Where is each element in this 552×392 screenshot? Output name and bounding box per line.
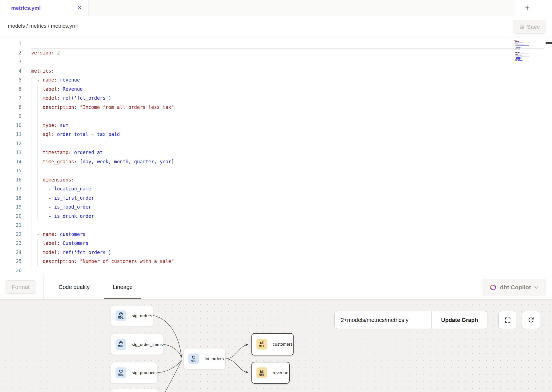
code-line[interactable]: 11 sql: order_total - tax_paid xyxy=(0,130,552,139)
line-number: 8 xyxy=(0,103,21,112)
lineage-node-partial-node[interactable] xyxy=(111,389,158,392)
tab-lineage[interactable]: Lineage xyxy=(113,275,133,299)
code-line[interactable]: 22 - name: customers xyxy=(0,230,552,239)
graph-controls: Update Graph xyxy=(334,311,488,329)
code-text: model: ref('fct_orders') xyxy=(31,94,111,103)
lineage-node-stg_products[interactable]: MDLstg_products xyxy=(111,362,157,383)
code-line[interactable]: 4metrics: xyxy=(0,66,552,76)
lineage-node-fct_orders[interactable]: MDLfct_orders xyxy=(184,348,225,369)
code-line[interactable]: 19 - is_food_order xyxy=(0,202,552,212)
line-number: 16 xyxy=(0,175,21,185)
line-number: 26 xyxy=(0,266,21,275)
node-label: customers xyxy=(273,342,293,347)
code-line[interactable]: 13 timestamp: ordered_at xyxy=(0,148,552,157)
code-text: description: "Number of customers with a… xyxy=(31,257,174,266)
indent-guide xyxy=(32,221,32,230)
line-number: 21 xyxy=(0,221,21,230)
line-number: 17 xyxy=(0,184,21,193)
cube-icon xyxy=(119,312,123,316)
new-tab-zone: + xyxy=(515,0,552,16)
line-number: 11 xyxy=(0,130,21,139)
save-button[interactable]: Save xyxy=(513,20,546,34)
indent-guide xyxy=(37,166,38,175)
edge-bottom-node-to-fct-orders xyxy=(165,360,182,392)
code-line[interactable]: 26 xyxy=(0,266,552,275)
dbt-copilot-icon xyxy=(489,284,497,291)
code-line[interactable]: 5 - name: revenue xyxy=(0,75,552,85)
new-tab-icon[interactable]: + xyxy=(525,4,530,12)
tab-metrics-yml[interactable]: metrics.yml ✕ xyxy=(0,0,89,16)
line-number: 25 xyxy=(0,257,21,266)
line-number: 10 xyxy=(0,121,21,130)
code-editor[interactable]: 12version: 234metrics:5 - name: revenue6… xyxy=(0,38,552,275)
code-text: - name: customers xyxy=(31,230,85,239)
lineage-canvas[interactable]: MDLstg_ordersMDLstg_order_itemsMDLstg_pr… xyxy=(0,300,552,392)
code-line[interactable]: 12 xyxy=(0,139,552,148)
lineage-node-stg_order_items[interactable]: MDLstg_order_items xyxy=(111,334,163,355)
badge-label: MET xyxy=(259,373,265,377)
edge-fct-orders-to-revenue xyxy=(225,359,248,372)
overview-ruler-divider xyxy=(545,38,545,275)
code-line[interactable]: 3 xyxy=(0,57,552,66)
code-line[interactable]: 24 model: ref('fct_orders') xyxy=(0,248,552,257)
fullscreen-button[interactable] xyxy=(498,311,517,329)
code-text: - is_drink_order xyxy=(31,212,94,221)
lineage-node-revenue[interactable]: METrevenue xyxy=(251,362,290,384)
code-line[interactable]: 2version: 2 xyxy=(0,48,552,58)
node-label: revenue xyxy=(273,370,288,375)
code-line[interactable]: 23 label: Customers xyxy=(0,239,552,248)
code-text: label: Customers xyxy=(31,239,88,248)
code-text: label: Revenue xyxy=(31,85,83,94)
cube-icon xyxy=(192,355,196,359)
code-line[interactable]: 21 xyxy=(0,221,552,230)
bar-chart-icon xyxy=(260,369,264,373)
graph-selector-input[interactable] xyxy=(335,311,431,329)
line-number: 5 xyxy=(0,75,21,85)
model-badge: MDL xyxy=(116,339,126,350)
code-line[interactable]: 20 - is_drink_order xyxy=(0,212,552,221)
line-number: 22 xyxy=(0,230,21,239)
code-line[interactable]: 10 type: sum xyxy=(0,121,552,130)
code-line[interactable]: 1 xyxy=(0,39,552,48)
badge-label: MET xyxy=(259,345,265,348)
model-badge: MDL xyxy=(188,353,199,364)
dbt-copilot-button[interactable]: dbt Copilot xyxy=(482,279,546,296)
breadcrumb: models / metrics / metrics.yml xyxy=(8,23,78,29)
save-icon xyxy=(519,24,524,30)
code-line[interactable]: 7 model: ref('fct_orders') xyxy=(0,94,552,103)
code-line[interactable]: 8 description: "Income from all orders l… xyxy=(0,103,552,112)
refresh-button[interactable] xyxy=(522,311,540,329)
lineage-node-customers[interactable]: METcustomers xyxy=(251,333,294,355)
model-badge: MDL xyxy=(116,310,126,321)
node-label: fct_orders xyxy=(205,356,224,361)
line-number: 23 xyxy=(0,239,21,248)
code-line[interactable]: 18 - is_first_order xyxy=(0,193,552,203)
code-line[interactable]: 15 xyxy=(0,166,552,175)
dbt-copilot-label: dbt Copilot xyxy=(500,284,531,291)
model-badge: MDL xyxy=(116,367,126,378)
node-label: stg_products xyxy=(132,370,157,375)
code-line[interactable]: 25 description: "Number of customers wit… xyxy=(0,257,552,266)
metric-badge: MET xyxy=(256,339,267,350)
tab-code-quality[interactable]: Code quality xyxy=(59,275,90,299)
code-line[interactable]: 14 time_grains: [day, week, month, quart… xyxy=(0,157,552,166)
bar-chart-icon xyxy=(260,341,264,345)
code-line[interactable]: 9 xyxy=(0,112,552,121)
line-number: 1 xyxy=(0,39,21,48)
line-number: 7 xyxy=(0,94,21,103)
code-text: timestamp: ordered_at xyxy=(31,148,103,157)
indent-guide xyxy=(32,112,32,121)
code-text: - location_name xyxy=(31,184,91,193)
code-line[interactable]: 6 label: Revenue xyxy=(0,85,552,94)
code-line[interactable]: 16 dimensions: xyxy=(0,175,552,185)
code-text: time_grains: [day, week, month, quarter,… xyxy=(31,157,174,166)
update-graph-button[interactable]: Update Graph xyxy=(431,311,488,329)
code-line[interactable]: 17 - location_name xyxy=(0,184,552,193)
close-tab-icon[interactable]: ✕ xyxy=(77,4,82,12)
minimap[interactable] xyxy=(514,40,544,62)
line-number: 3 xyxy=(0,57,21,66)
line-number: 19 xyxy=(0,202,21,212)
format-button[interactable]: Format xyxy=(5,280,36,294)
lineage-node-stg_orders[interactable]: MDLstg_orders xyxy=(111,305,153,326)
line-number: 15 xyxy=(0,166,21,175)
